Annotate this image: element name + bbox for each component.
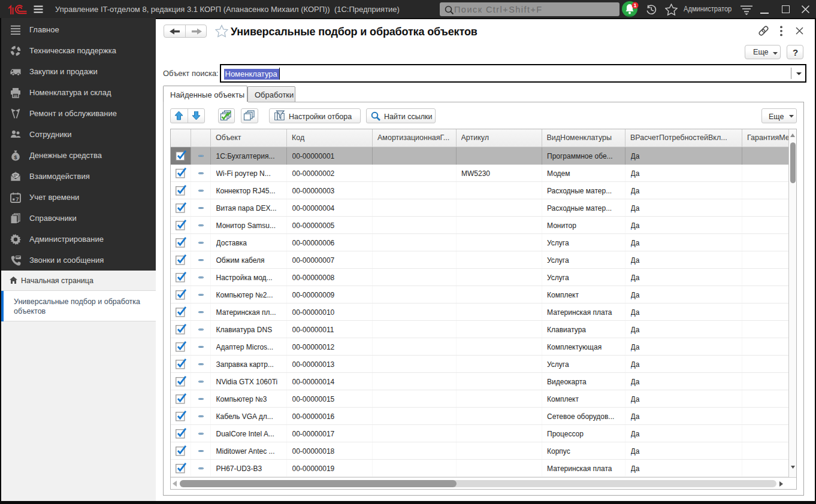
svg-text:1: 1 <box>633 2 636 8</box>
svg-text:7: 7 <box>16 196 19 202</box>
svg-text:$: $ <box>14 154 17 160</box>
